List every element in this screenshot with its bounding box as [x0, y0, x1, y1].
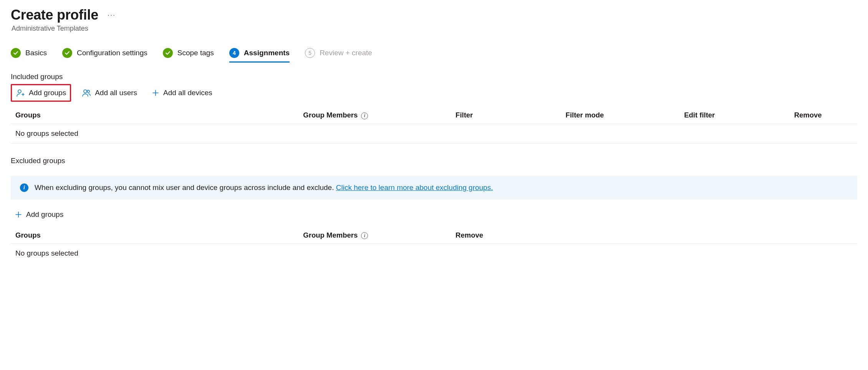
add-all-devices-button[interactable]: Add all devices [148, 84, 216, 102]
add-groups-button[interactable]: Add groups [11, 84, 71, 102]
table-row: No groups selected [11, 244, 857, 263]
empty-state: No groups selected [11, 124, 857, 143]
step-configuration-settings[interactable]: Configuration settings [62, 48, 147, 61]
excluded-info-banner: i When excluding groups, you cannot mix … [11, 176, 857, 200]
button-label: Add all users [95, 89, 137, 97]
svg-point-0 [18, 90, 21, 93]
plus-icon [152, 89, 159, 97]
col-group-members: Group Members i [298, 227, 451, 244]
step-label: Configuration settings [77, 49, 147, 57]
step-assignments[interactable]: 4 Assignments [229, 48, 290, 61]
person-add-icon [16, 88, 25, 97]
check-icon [62, 48, 72, 58]
step-label: Scope tags [177, 49, 214, 57]
check-icon [163, 48, 173, 58]
col-groups: Groups [11, 227, 298, 244]
excluded-groups-table: Groups Group Members i Remove No groups … [11, 227, 857, 263]
button-label: Add all devices [163, 89, 212, 97]
info-icon[interactable]: i [361, 232, 368, 239]
svg-point-2 [87, 90, 89, 92]
excluded-groups-heading: Excluded groups [11, 157, 857, 165]
included-groups-heading: Included groups [11, 73, 857, 81]
col-filter-mode: Filter mode [561, 107, 680, 124]
wizard-stepper: Basics Configuration settings Scope tags… [11, 48, 857, 61]
table-row: No groups selected [11, 124, 857, 143]
page-subtitle: Administrative Templates [12, 25, 857, 33]
step-basics[interactable]: Basics [11, 48, 47, 61]
included-groups-table: Groups Group Members i Filter Filter mod… [11, 107, 857, 144]
info-icon: i [20, 183, 28, 192]
col-groups: Groups [11, 107, 298, 124]
info-icon[interactable]: i [361, 112, 368, 119]
banner-text: When excluding groups, you cannot mix us… [35, 183, 493, 192]
page-title: Create profile [11, 7, 98, 23]
add-groups-button[interactable]: Add groups [11, 207, 67, 222]
col-group-members: Group Members i [298, 107, 451, 124]
learn-more-link[interactable]: Click here to learn more about excluding… [336, 183, 493, 192]
step-number-icon: 4 [229, 48, 239, 58]
col-filter: Filter [451, 107, 561, 124]
col-remove: Remove [790, 107, 857, 124]
svg-point-1 [84, 90, 87, 93]
col-remove: Remove [451, 227, 857, 244]
plus-icon [15, 211, 22, 218]
add-all-users-button[interactable]: Add all users [78, 84, 141, 102]
more-actions-icon[interactable]: ··· [108, 11, 116, 19]
people-icon [82, 88, 91, 97]
button-label: Add groups [29, 89, 66, 97]
included-actions: Add groups Add all users Add all devices [11, 84, 857, 102]
step-label: Assignments [244, 49, 290, 57]
step-review-create[interactable]: 5 Review + create [305, 48, 372, 61]
empty-state: No groups selected [11, 244, 857, 263]
button-label: Add groups [26, 210, 63, 219]
step-label: Review + create [320, 49, 372, 57]
step-scope-tags[interactable]: Scope tags [163, 48, 214, 61]
check-icon [11, 48, 21, 58]
excluded-actions: Add groups [11, 207, 857, 222]
step-label: Basics [25, 49, 47, 57]
step-number-icon: 5 [305, 48, 315, 58]
col-edit-filter: Edit filter [679, 107, 790, 124]
